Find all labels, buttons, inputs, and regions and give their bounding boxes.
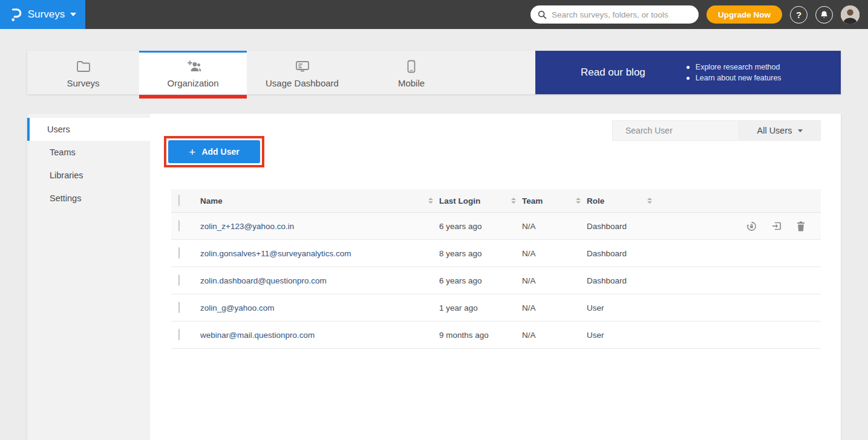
users-main: All Users + Add User Name Last Login Tea… [150, 114, 841, 440]
col-role: Role [587, 196, 604, 205]
team-cell: N/A [522, 276, 587, 285]
bullet-dot-icon [687, 66, 690, 69]
table-row: zolin.dashboard@questionpro.com 6 years … [171, 267, 821, 294]
col-name: Name [200, 196, 223, 205]
team-cell: N/A [522, 331, 587, 340]
blog-banner-bullets: Explore research method Learn about new … [687, 60, 782, 85]
question-mark-icon: ? [796, 10, 801, 20]
users-table: Name Last Login Team Role zolin_z+123@ya… [171, 189, 821, 349]
blog-bullet: Learn about new features [687, 74, 782, 82]
last-login-cell: 8 years ago [439, 249, 522, 258]
reset-password-icon[interactable] [746, 221, 757, 232]
row-checkbox[interactable] [178, 274, 180, 286]
table-row: zolin.gonsalves+11@surveyanalytics.com 8… [171, 240, 821, 267]
row-checkbox[interactable] [178, 329, 180, 340]
organization-panel: Users Teams Libraries Settings All Users… [27, 114, 841, 440]
row-checkbox[interactable] [178, 220, 180, 231]
table-row: webinar@mail.questionpro.com 9 months ag… [171, 322, 821, 349]
col-team: Team [522, 196, 543, 205]
sidebar-item-settings[interactable]: Settings [27, 187, 150, 210]
bell-icon [820, 10, 829, 19]
role-cell: Dashboard [587, 249, 658, 258]
blog-banner-title: Read our blog [581, 66, 645, 79]
add-user-label: Add User [201, 147, 239, 157]
table-row: zolin_z+123@yahoo.co.in 6 years ago N/A … [171, 213, 821, 240]
add-user-button[interactable]: + Add User [168, 140, 260, 163]
user-name-link[interactable]: zolin.gonsalves+11@surveyanalytics.com [200, 249, 439, 258]
tabbar-spacer [465, 51, 535, 94]
folder-icon [76, 59, 91, 74]
chevron-down-icon [70, 13, 76, 16]
global-search-input[interactable] [552, 10, 691, 19]
role-cell: Dashboard [587, 222, 658, 231]
chevron-down-icon [798, 129, 803, 132]
notifications-button[interactable] [815, 6, 833, 24]
questionpro-logo-icon [9, 7, 22, 22]
tab-label: Organization [167, 78, 218, 88]
user-name-link[interactable]: zolin_g@yahoo.com [200, 303, 439, 312]
blog-banner[interactable]: Read our blog Explore research method Le… [535, 51, 841, 94]
annotation-underline-organization [139, 95, 247, 99]
plus-icon: + [189, 146, 195, 158]
delete-user-icon[interactable] [796, 221, 806, 232]
blog-bullet: Explore research method [687, 63, 782, 71]
user-avatar[interactable] [841, 5, 860, 24]
tab-surveys[interactable]: Surveys [27, 51, 139, 94]
sort-icon[interactable] [576, 198, 581, 204]
col-last-login: Last Login [439, 196, 480, 205]
global-search[interactable] [530, 5, 699, 24]
product-switcher[interactable]: Surveys [0, 0, 85, 29]
user-filter-value: All Users [757, 126, 792, 135]
search-user-input[interactable] [625, 126, 735, 135]
bullet-dot-icon [687, 77, 690, 80]
team-cell: N/A [522, 249, 587, 258]
smartphone-icon [407, 59, 416, 74]
row-checkbox[interactable] [178, 247, 180, 259]
last-login-cell: 6 years ago [439, 222, 522, 231]
topbar: Surveys Upgrade Now ? [0, 0, 868, 29]
tab-usage-dashboard[interactable]: Usage Dashboard [247, 51, 357, 94]
organization-sidebar: Users Teams Libraries Settings [27, 114, 150, 440]
avatar-photo [841, 5, 860, 24]
sort-icon[interactable] [511, 198, 516, 204]
sidebar-item-users[interactable]: Users [27, 118, 150, 141]
person-add-icon [185, 59, 201, 74]
tab-label: Mobile [398, 78, 425, 88]
sort-icon[interactable] [428, 198, 433, 204]
team-cell: N/A [522, 222, 587, 231]
topbar-actions: Upgrade Now ? [530, 5, 868, 24]
dashboard-screen-icon [295, 59, 310, 74]
sidebar-item-libraries[interactable]: Libraries [27, 164, 150, 187]
last-login-cell: 1 year ago [439, 303, 522, 312]
user-filters: All Users [612, 120, 821, 141]
user-filter-dropdown[interactable]: All Users [739, 120, 821, 141]
select-all-checkbox[interactable] [178, 195, 180, 206]
team-cell: N/A [522, 303, 587, 312]
role-cell: Dashboard [587, 276, 658, 285]
tab-organization[interactable]: Organization [139, 51, 247, 94]
tab-label: Surveys [67, 78, 99, 88]
sort-icon[interactable] [647, 198, 652, 204]
user-name-link[interactable]: webinar@mail.questionpro.com [200, 331, 439, 340]
role-cell: User [587, 303, 658, 312]
annotation-box-add-user: + Add User [164, 136, 264, 167]
upgrade-now-button[interactable]: Upgrade Now [706, 5, 782, 24]
last-login-cell: 6 years ago [439, 276, 522, 285]
role-cell: User [587, 331, 658, 340]
user-name-link[interactable]: zolin_z+123@yahoo.co.in [200, 222, 439, 231]
row-actions [658, 221, 821, 232]
last-login-cell: 9 months ago [439, 331, 522, 340]
search-icon [538, 10, 547, 19]
table-row: zolin_g@yahoo.com 1 year ago N/A User [171, 294, 821, 322]
sidebar-item-teams[interactable]: Teams [27, 141, 150, 164]
tab-mobile[interactable]: Mobile [357, 51, 465, 94]
table-header: Name Last Login Team Role [171, 189, 821, 213]
help-button[interactable]: ? [790, 6, 808, 24]
tab-label: Usage Dashboard [266, 78, 339, 88]
product-name: Surveys [28, 8, 65, 21]
login-as-user-icon[interactable] [771, 221, 782, 232]
user-name-link[interactable]: zolin.dashboard@questionpro.com [200, 276, 439, 285]
search-user-box[interactable] [612, 120, 739, 141]
module-tabs: Surveys Organization Usage Dashboard [27, 51, 841, 94]
row-checkbox[interactable] [178, 302, 180, 313]
